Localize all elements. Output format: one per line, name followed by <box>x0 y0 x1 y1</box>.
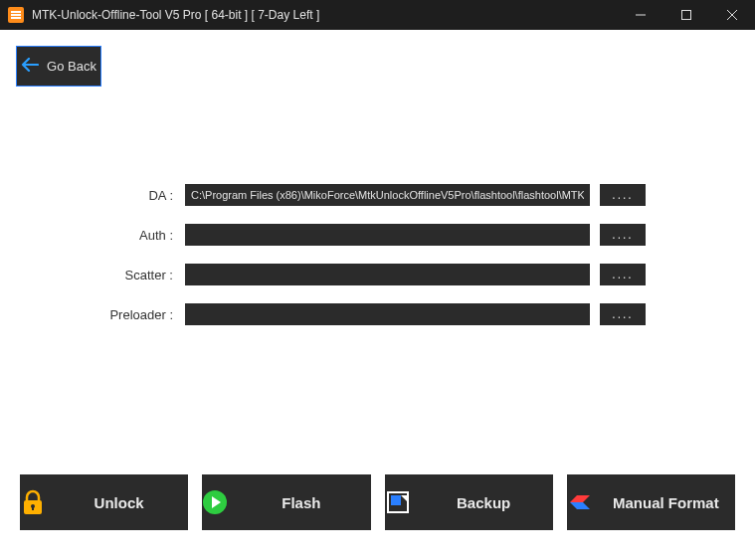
scatter-input[interactable] <box>185 264 590 285</box>
auth-row: Auth : .... <box>95 224 646 246</box>
flash-label: Flash <box>242 494 370 511</box>
backup-button[interactable]: Backup <box>385 474 553 530</box>
auth-input[interactable] <box>185 224 590 246</box>
svg-rect-6 <box>391 495 401 505</box>
svg-rect-3 <box>32 506 34 510</box>
manual-format-button[interactable]: Manual Format <box>567 474 735 530</box>
svg-marker-7 <box>401 495 407 501</box>
scatter-label: Scatter : <box>95 268 175 282</box>
eraser-icon <box>567 489 593 515</box>
scatter-browse-button[interactable]: .... <box>600 264 646 285</box>
da-browse-button[interactable]: .... <box>600 184 646 206</box>
go-back-label: Go Back <box>47 59 96 74</box>
action-bar: Unlock Flash Backup Manual Format <box>20 474 735 530</box>
maximize-button[interactable] <box>663 0 709 30</box>
preloader-input[interactable] <box>185 303 590 325</box>
backup-label: Backup <box>425 494 553 511</box>
svg-rect-0 <box>682 11 691 20</box>
preloader-browse-button[interactable]: .... <box>600 303 646 325</box>
da-label: DA : <box>95 188 175 203</box>
content-area: Go Back DA : .... Auth : .... Scatter : … <box>0 30 755 560</box>
preloader-row: Preloader : .... <box>95 303 646 325</box>
scatter-row: Scatter : .... <box>95 264 646 285</box>
unlock-label: Unlock <box>60 494 188 511</box>
auth-browse-button[interactable]: .... <box>600 224 646 246</box>
manual-format-label: Manual Format <box>607 494 735 511</box>
arrow-left-icon <box>21 58 39 75</box>
svg-marker-9 <box>570 502 590 509</box>
titlebar: MTK-Unlock-Offline-Tool V5 Pro [ 64-bit … <box>0 0 755 30</box>
da-input[interactable] <box>185 184 590 206</box>
window-controls <box>618 0 755 30</box>
da-row: DA : .... <box>95 184 646 206</box>
play-icon <box>202 489 228 515</box>
minimize-button[interactable] <box>618 0 663 30</box>
svg-marker-8 <box>570 495 590 502</box>
auth-label: Auth : <box>95 228 175 243</box>
close-button[interactable] <box>709 0 755 30</box>
flash-button[interactable]: Flash <box>202 474 370 530</box>
go-back-button[interactable]: Go Back <box>16 46 101 87</box>
unlock-button[interactable]: Unlock <box>20 474 188 530</box>
preloader-label: Preloader : <box>95 307 175 322</box>
backup-icon <box>385 489 411 515</box>
form-area: DA : .... Auth : .... Scatter : .... Pre… <box>95 184 646 343</box>
window-title: MTK-Unlock-Offline-Tool V5 Pro [ 64-bit … <box>32 8 319 22</box>
app-icon <box>8 7 24 23</box>
lock-icon <box>20 489 46 515</box>
